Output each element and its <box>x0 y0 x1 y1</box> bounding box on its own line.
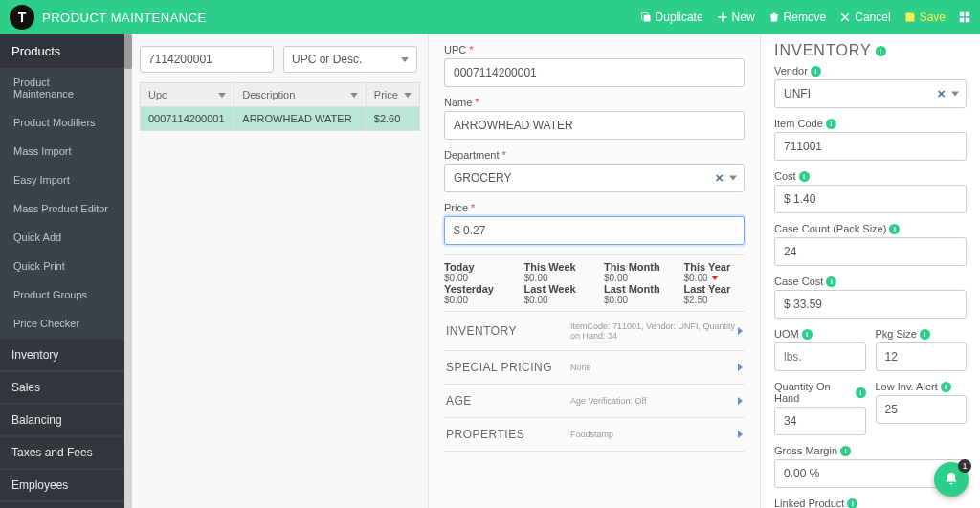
lowinv-field[interactable] <box>876 395 968 424</box>
itemcode-label: Item Code <box>774 118 823 129</box>
clear-icon[interactable]: ✕ <box>715 172 724 185</box>
remove-button[interactable]: Remove <box>768 11 827 24</box>
pkgsize-label: Pkg Size <box>876 328 917 340</box>
sidebar-section-taxes[interactable]: Taxes and Fees <box>0 437 124 468</box>
chevron-right-icon <box>738 364 743 371</box>
casecost-field[interactable] <box>774 290 967 319</box>
cancel-button[interactable]: Cancel <box>839 11 890 24</box>
save-button[interactable]: Save <box>904 11 946 24</box>
sidebar-item-easy-import[interactable]: Easy Import <box>0 166 124 194</box>
sidebar-scrollbar[interactable] <box>124 34 132 508</box>
name-field[interactable] <box>444 111 745 140</box>
sidebar-item-product-modifiers[interactable]: Product Modifiers <box>0 108 124 137</box>
cost-field[interactable] <box>774 185 967 213</box>
product-form: UPC* Name* Department* ✕ Price* Today$0.… <box>429 34 760 508</box>
qoh-field[interactable] <box>774 407 866 435</box>
cell-upc: 0007114200001 <box>141 107 234 130</box>
sidebar-item-quick-print[interactable]: Quick Print <box>0 252 124 280</box>
svg-rect-1 <box>643 15 650 22</box>
sidebar-item-product-maintenance[interactable]: Product Maintenance <box>0 68 124 108</box>
new-button[interactable]: New <box>717 11 755 24</box>
col-price[interactable]: Price <box>367 83 419 106</box>
chevron-right-icon <box>738 397 743 405</box>
top-actions: Duplicate New Remove Cancel Save <box>640 11 970 24</box>
margin-label: Gross Margin <box>774 445 837 456</box>
sales-stats: Today$0.00Yesterday$0.00 This Week$0.00L… <box>444 254 745 312</box>
department-select[interactable] <box>444 164 745 192</box>
col-description[interactable]: Description <box>234 83 367 106</box>
col-upc[interactable]: Upc <box>141 83 234 106</box>
section-special-pricing[interactable]: SPECIAL PRICINGNone <box>444 351 745 385</box>
inventory-title: INVENTORY <box>774 42 872 59</box>
sidebar-section-sales[interactable]: Sales <box>0 372 124 403</box>
sidebar-section-balancing[interactable]: Balancing <box>0 405 124 435</box>
chevron-down-icon[interactable] <box>729 176 737 181</box>
department-label: Department <box>444 149 499 161</box>
section-inventory[interactable]: INVENTORYItemCode: 711001, Vendor: UNFI,… <box>444 312 745 351</box>
chevron-down-icon[interactable] <box>951 92 959 97</box>
svg-rect-3 <box>966 12 970 17</box>
search-mode-select[interactable]: UPC or Desc. <box>283 46 417 73</box>
sidebar-item-quick-add[interactable]: Quick Add <box>0 223 124 252</box>
info-icon[interactable]: i <box>811 66 821 77</box>
svg-rect-4 <box>960 18 965 23</box>
clear-icon[interactable]: ✕ <box>937 88 946 100</box>
upc-field[interactable] <box>444 58 745 87</box>
pkgsize-field[interactable] <box>876 342 968 371</box>
qoh-label: Quantity On Hand <box>774 381 853 404</box>
sidebar: Products Product Maintenance Product Mod… <box>0 34 124 508</box>
page-title: PRODUCT MAINTENANCE <box>42 11 207 25</box>
chevron-down-icon <box>401 57 409 62</box>
info-icon[interactable]: i <box>876 46 886 56</box>
sidebar-section-inventory[interactable]: Inventory <box>0 340 124 370</box>
uom-label: UOM <box>774 328 799 340</box>
vendor-label: Vendor <box>774 65 808 77</box>
sidebar-item-product-groups[interactable]: Product Groups <box>0 280 124 309</box>
svg-rect-5 <box>966 18 970 23</box>
section-properties[interactable]: PROPERTIESFoodstamp <box>444 418 745 452</box>
sidebar-item-mass-import[interactable]: Mass Import <box>0 137 124 166</box>
linked-label: Linked Product <box>774 497 844 508</box>
notifications-button[interactable]: 1 <box>934 462 969 497</box>
name-label: Name <box>444 97 472 108</box>
casecost-label: Case Cost <box>774 276 823 287</box>
sidebar-section-customers[interactable]: Customers <box>0 502 124 508</box>
price-field[interactable] <box>444 216 745 245</box>
price-label: Price <box>444 202 468 213</box>
section-age[interactable]: AGEAge Verification: Off <box>444 385 745 418</box>
casecount-field[interactable] <box>774 237 967 266</box>
cell-price: $2.60 <box>367 107 419 130</box>
svg-rect-2 <box>960 12 965 17</box>
sidebar-item-price-checker[interactable]: Price Checker <box>0 309 124 338</box>
app-logo: T <box>10 5 34 30</box>
lowinv-label: Low Inv. Alert <box>876 381 938 392</box>
sidebar-item-mass-product-editor[interactable]: Mass Product Editor <box>0 194 124 223</box>
grid-header: Upc Description Price <box>140 82 420 107</box>
cost-label: Cost <box>774 170 796 182</box>
scrollbar-thumb[interactable] <box>124 34 132 69</box>
cell-desc: ARROWHEAD WATER <box>234 107 367 130</box>
bell-icon <box>944 472 959 487</box>
sidebar-header-products[interactable]: Products <box>0 34 124 68</box>
chevron-right-icon <box>738 327 743 335</box>
uom-field[interactable] <box>774 342 866 371</box>
upc-label: UPC <box>444 44 466 55</box>
inventory-panel: INVENTORYi Vendori ✕ Item Codei Costi Ca… <box>760 34 980 508</box>
topbar: T PRODUCT MAINTENANCE Duplicate New Remo… <box>0 0 980 34</box>
sidebar-section-employees[interactable]: Employees <box>0 470 124 500</box>
chevron-right-icon <box>738 431 743 438</box>
table-row[interactable]: 0007114200001 ARROWHEAD WATER $2.60 <box>140 107 420 131</box>
trend-down-icon <box>711 276 719 280</box>
itemcode-field[interactable] <box>774 132 967 161</box>
duplicate-button[interactable]: Duplicate <box>640 11 703 24</box>
apps-icon[interactable] <box>959 11 970 23</box>
product-list-pane: UPC or Desc. Upc Description Price 00071… <box>132 34 429 508</box>
casecount-label: Case Count (Pack Size) <box>774 223 886 234</box>
required-icon: * <box>469 44 473 55</box>
search-input[interactable] <box>140 46 274 73</box>
notification-count: 1 <box>958 459 971 473</box>
